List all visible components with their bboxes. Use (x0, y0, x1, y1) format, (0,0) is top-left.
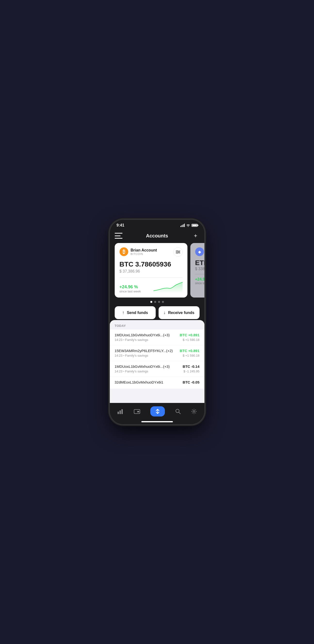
tx-amount-usd: $ +1 590.18 (180, 354, 199, 357)
eth-since: since las (195, 282, 204, 285)
tx-address: 1MDUoxL1bGvMxhuoDYx6i...(+3) (115, 333, 170, 337)
transfer-icon (155, 409, 161, 414)
tx-amount: BTC +0.891 $ +1 590.18 (180, 349, 199, 357)
notch (139, 220, 175, 227)
tx-meta: 14:23 Family's savings (115, 338, 170, 342)
carousel-dots (110, 298, 204, 306)
main-content: ₿ Brian Account BITCOIN (110, 243, 204, 424)
tx-time: 14:23 (115, 370, 123, 373)
nav-item-settings[interactable] (188, 408, 200, 415)
tx-amount: BTC -0.05 (183, 380, 199, 385)
nav-icon-settings-container (191, 408, 197, 414)
card-balance-usd: $ 37,386.96 (120, 269, 183, 274)
card-name-group: Brian Account BITCOIN (131, 248, 157, 255)
signal-icon (180, 224, 185, 227)
action-buttons: ↑ Send funds ↓ Receive funds (110, 306, 204, 319)
tx-meta: 14:23 Family's savings (115, 354, 173, 357)
svg-line-12 (179, 412, 180, 414)
receive-funds-label: Receive funds (168, 310, 194, 315)
nav-item-wallet[interactable] (131, 408, 143, 415)
card-change-percent: +24.96 % (120, 284, 141, 290)
nav-icon-transfer-container (150, 406, 165, 416)
tx-category: Family's savings (125, 354, 148, 357)
svg-point-5 (178, 252, 180, 254)
receive-funds-button[interactable]: ↓ Receive funds (159, 306, 200, 319)
phone-frame: 9:41 Accounts + (110, 220, 204, 424)
cards-carousel[interactable]: ₿ Brian Account BITCOIN (110, 243, 204, 298)
tx-time: 14:23 (115, 338, 123, 342)
tx-amount: BTC +0.891 $ +1 590.18 (180, 333, 199, 342)
page-title: Accounts (146, 233, 168, 239)
menu-button[interactable] (115, 233, 122, 239)
status-icons (180, 224, 198, 227)
send-funds-label: Send funds (127, 310, 148, 315)
tx-amount-usd: $ +1 590.18 (180, 338, 199, 342)
card-change-since: since last week (120, 290, 141, 293)
tx-amount-crypto: BTC -0.05 (183, 380, 199, 384)
mini-chart (153, 281, 183, 293)
nav-item-transfer[interactable] (147, 405, 168, 418)
settings-icon (176, 250, 180, 254)
eth-balance: ETH (195, 259, 204, 267)
card-settings-button[interactable] (173, 248, 183, 256)
receive-icon: ↓ (163, 310, 166, 315)
card-header: ₿ Brian Account BITCOIN (120, 248, 183, 256)
wifi-icon (186, 224, 190, 227)
table-row[interactable]: 32dMEoxL1bGvMxhuoDYx6i1 BTC -0.05 (110, 377, 204, 389)
phone-screen: 9:41 Accounts + (110, 220, 204, 424)
status-time: 9:41 (117, 223, 124, 228)
card-balance-crypto: BTC 3.78605936 (120, 260, 183, 268)
tx-address: 1MDUoxL1bGvMxhuoDYx6i...(+3) (115, 364, 170, 368)
transactions-area: TODAY 1MDUoxL1bGvMxhuoDYx6i...(+3) 14:23… (110, 320, 204, 403)
tx-details: 1MDUoxL1bGvMxhuoDYx6i...(+3) 14:23 Famil… (115, 364, 170, 373)
add-account-button[interactable]: + (192, 232, 200, 239)
nav-icon-search-container (175, 408, 181, 414)
svg-rect-7 (120, 410, 121, 414)
send-funds-button[interactable]: ↑ Send funds (115, 306, 156, 319)
btc-account-card[interactable]: ₿ Brian Account BITCOIN (115, 243, 187, 298)
dot-1 (150, 301, 152, 303)
eth-change: +24.9 (195, 277, 204, 282)
svg-point-1 (178, 250, 180, 252)
wallet-icon (134, 409, 140, 414)
tx-meta: 14:23 Family's savings (115, 370, 170, 373)
tx-category: Family's savings (125, 370, 148, 373)
battery-icon (192, 224, 198, 227)
svg-point-13 (193, 411, 195, 412)
svg-point-3 (176, 251, 178, 253)
nav-icon-wallet-container (134, 409, 140, 414)
tx-amount: BTC -0.14 $ -1 245.95 (183, 364, 199, 373)
svg-rect-10 (137, 411, 139, 412)
tx-amount-crypto: BTC +0.891 (180, 349, 199, 353)
tx-address: 32dMEoxL1bGvMxhuoDYx6i1 (115, 380, 163, 384)
table-row[interactable]: 15EW3AMRm2yP6LEF5YKLY...(+2) 14:23 Famil… (110, 345, 204, 361)
tx-amount-crypto: BTC +0.891 (180, 333, 199, 337)
bitcoin-icon: ₿ (120, 248, 128, 256)
table-row[interactable]: 1MDUoxL1bGvMxhuoDYx6i...(+3) 14:23 Famil… (110, 330, 204, 345)
svg-rect-8 (122, 409, 123, 414)
nav-item-search[interactable] (172, 408, 184, 415)
send-icon: ↑ (122, 310, 124, 315)
tx-time: 14:23 (115, 354, 123, 357)
search-icon (175, 408, 181, 414)
card-crypto-info: ₿ Brian Account BITCOIN (120, 248, 157, 256)
tx-address: 15EW3AMRm2yP6LEF5YKLY...(+2) (115, 349, 173, 353)
eth-account-card[interactable]: ◆ Vir ETH ETH $ 3386 +24.9 since las (190, 243, 204, 298)
app-header: Accounts + (110, 230, 204, 243)
eth-usd: $ 3386 (195, 267, 204, 271)
tx-separator (123, 371, 124, 372)
table-row[interactable]: 1MDUoxL1bGvMxhuoDYx6i...(+3) 14:23 Famil… (110, 361, 204, 377)
card-change-group: +24.96 % since last week (120, 284, 141, 293)
tx-amount-usd: $ -1 245.95 (183, 370, 199, 373)
dot-2 (154, 301, 156, 303)
tx-separator (123, 340, 124, 340)
tx-details: 32dMEoxL1bGvMxhuoDYx6i1 (115, 380, 163, 385)
card-crypto-type: BITCOIN (131, 252, 157, 255)
chart-icon (117, 409, 124, 414)
card-divider (120, 278, 183, 278)
card-account-name: Brian Account (131, 248, 157, 252)
nav-icon-stats-container (117, 409, 124, 414)
gear-icon (191, 408, 197, 414)
eth-icon: ◆ (195, 248, 204, 256)
nav-item-stats[interactable] (114, 408, 127, 415)
